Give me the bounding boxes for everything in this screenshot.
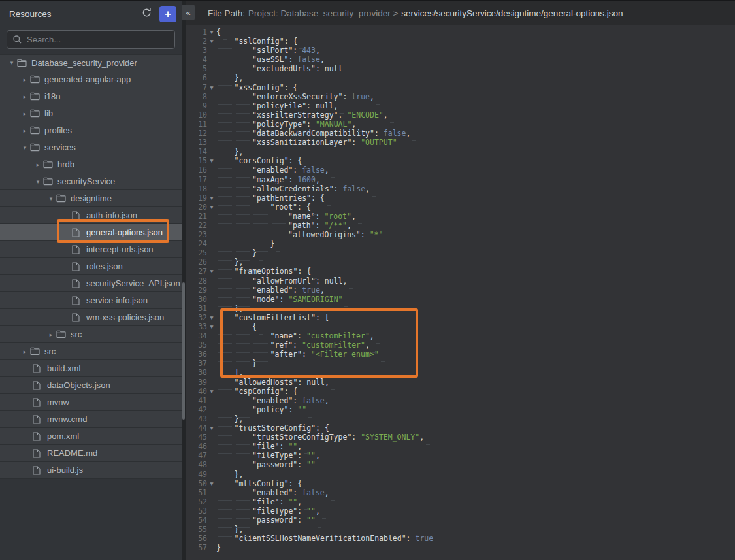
code-line: 40▼"cspConfig": { xyxy=(186,387,735,396)
code-line: 19▼"pathEntries": { xyxy=(186,193,735,203)
tree-item-securityService_API.json[interactable]: securityService_API.json xyxy=(0,275,182,292)
folder-icon xyxy=(30,126,40,135)
line-number: 56 xyxy=(186,534,207,543)
fold-arrow-icon[interactable]: ▼ xyxy=(207,156,216,165)
tree-item-README.md[interactable]: README.md xyxy=(0,445,182,462)
tree-item-generated-angular-app[interactable]: ▸generated-angular-app xyxy=(0,71,182,88)
fold-arrow-icon[interactable]: ▼ xyxy=(207,322,216,331)
code-line: 27▼"frameOptions": { xyxy=(186,267,735,276)
line-number: 26 xyxy=(186,257,207,267)
tree-item-build.xml[interactable]: build.xml xyxy=(0,360,182,377)
chevron-right-icon[interactable]: ▸ xyxy=(33,161,43,168)
line-number: 31 xyxy=(186,304,207,313)
code-line: 18"allowCredentials": false, xyxy=(186,184,735,193)
code-editor[interactable]: 1▼{2▼"sslConfig": {3"sslPort": 443,4"use… xyxy=(186,25,735,560)
chevron-down-icon[interactable]: ▾ xyxy=(7,59,17,66)
folder-icon xyxy=(56,194,66,203)
tree-item-intercept-urls.json[interactable]: intercept-urls.json xyxy=(0,241,182,258)
chevron-right-icon[interactable]: ▸ xyxy=(20,93,30,100)
tree-item-pom.xml[interactable]: pom.xml xyxy=(0,428,182,445)
line-number: 39 xyxy=(186,378,207,387)
tree-item-label: general-options.json xyxy=(86,227,163,237)
tree-item-Database_security_provider[interactable]: ▾Database_security_provider xyxy=(0,54,182,71)
code-text: }, xyxy=(216,414,250,423)
tree-item-services[interactable]: ▾services xyxy=(0,139,182,156)
file-path-label: File Path: xyxy=(208,8,245,18)
line-number: 7 xyxy=(186,83,207,92)
tree-item-src[interactable]: ▸src xyxy=(0,326,182,343)
fold-arrow-icon[interactable]: ▼ xyxy=(207,193,216,203)
tree-item-hrdb[interactable]: ▸hrdb xyxy=(0,156,182,173)
chevrons-left-icon: « xyxy=(186,8,190,18)
tree-item-ui-build.js[interactable]: ui-build.js xyxy=(0,462,182,479)
tree-item-lib[interactable]: ▸lib xyxy=(0,105,182,122)
refresh-button[interactable] xyxy=(139,6,154,22)
line-number: 51 xyxy=(186,488,207,497)
search-input[interactable] xyxy=(7,30,175,49)
code-text: "enforceXssSecurity": true, xyxy=(216,92,382,101)
chevron-right-icon[interactable]: ▸ xyxy=(20,127,30,134)
fold-arrow-icon[interactable]: ▼ xyxy=(207,203,216,212)
code-line: 48"password": "" xyxy=(186,460,735,469)
code-text: }, xyxy=(216,147,250,156)
code-text: }, xyxy=(216,470,250,479)
tree-item-i18n[interactable]: ▸i18n xyxy=(0,88,182,105)
tree-item-general-options.json[interactable]: general-options.json xyxy=(0,224,182,241)
sidebar-scrollbar[interactable] xyxy=(182,282,185,420)
tree-item-label: build.xml xyxy=(47,363,80,373)
code-text: "policyType": "MANUAL", xyxy=(216,120,363,129)
tree-item-designtime[interactable]: ▾designtime xyxy=(0,190,182,207)
code-line: 1▼{ xyxy=(186,27,735,37)
fold-arrow-icon[interactable]: ▼ xyxy=(207,37,216,46)
tree-item-roles.json[interactable]: roles.json xyxy=(0,258,182,275)
file-icon xyxy=(72,262,82,271)
code-line: 10"xssFilterStrategy": "ENCODE", xyxy=(186,110,735,120)
code-line: 44▼"trustStoreConfig": { xyxy=(186,423,735,433)
code-text: "excludedUrls": null xyxy=(216,64,350,73)
collapse-panel-button[interactable]: « xyxy=(182,5,195,20)
tree-item-securityService[interactable]: ▾securityService xyxy=(0,173,182,190)
fold-arrow-icon[interactable]: ▼ xyxy=(207,313,216,322)
tree-item-label: README.md xyxy=(47,448,97,458)
line-number: 36 xyxy=(186,350,207,359)
fold-arrow-icon[interactable]: ▼ xyxy=(207,83,216,92)
code-line: 34"name": "customFilter", xyxy=(186,331,735,340)
file-icon xyxy=(72,279,82,288)
line-number: 21 xyxy=(186,212,207,221)
code-line: 5"excludedUrls": null xyxy=(186,64,735,73)
chevron-right-icon[interactable]: ▸ xyxy=(20,76,30,83)
line-number: 37 xyxy=(186,359,207,368)
chevron-right-icon[interactable]: ▸ xyxy=(20,110,30,117)
code-line: 7▼"xssConfig": { xyxy=(186,83,735,92)
fold-arrow-icon[interactable]: ▼ xyxy=(207,27,216,37)
line-number: 52 xyxy=(186,497,207,506)
tree-item-profiles[interactable]: ▸profiles xyxy=(0,122,182,139)
refresh-icon xyxy=(141,7,152,20)
code-text: "maxAge": 1600, xyxy=(216,175,327,184)
line-number: 43 xyxy=(186,414,207,423)
tree-item-dataObjects.json[interactable]: dataObjects.json xyxy=(0,377,182,394)
chevron-down-icon[interactable]: ▾ xyxy=(33,178,43,185)
chevron-down-icon[interactable]: ▾ xyxy=(20,144,30,151)
tree-item-src[interactable]: ▸src xyxy=(0,343,182,360)
fold-arrow-icon[interactable]: ▼ xyxy=(207,267,216,276)
fold-arrow-icon[interactable]: ▼ xyxy=(207,423,216,433)
fold-arrow-icon[interactable]: ▼ xyxy=(207,387,216,396)
chevron-right-icon[interactable]: ▸ xyxy=(20,348,30,355)
chevron-right-icon[interactable]: ▸ xyxy=(46,331,56,338)
code-text: "xssSanitizationLayer": "OUTPUT" xyxy=(216,138,404,147)
chevron-down-icon[interactable]: ▾ xyxy=(46,195,56,202)
tree-item-wm-xss-policies.json[interactable]: wm-xss-policies.json xyxy=(0,309,182,326)
tree-item-mvnw.cmd[interactable]: mvnw.cmd xyxy=(0,411,182,428)
line-number: 14 xyxy=(186,147,207,156)
fold-arrow-icon[interactable]: ▼ xyxy=(207,479,216,488)
tree-item-mvnw[interactable]: mvnw xyxy=(0,394,182,411)
tree-item-service-info.json[interactable]: service-info.json xyxy=(0,292,182,309)
add-resource-button[interactable]: + xyxy=(159,6,176,22)
tree-item-label: securityService xyxy=(57,176,115,186)
line-number: 35 xyxy=(186,340,207,350)
folder-icon xyxy=(43,177,53,186)
tree-item-auth-info.json[interactable]: auth-info.json xyxy=(0,207,182,224)
line-number: 53 xyxy=(186,506,207,516)
folder-icon xyxy=(30,143,40,152)
